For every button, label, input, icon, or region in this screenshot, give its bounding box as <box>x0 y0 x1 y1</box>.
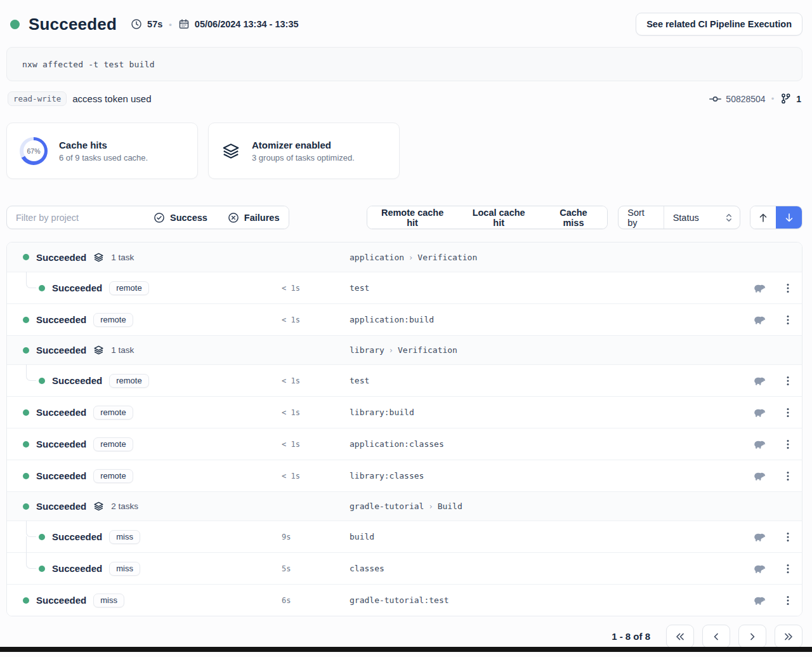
status-dot <box>39 378 45 384</box>
status-label: Succeeded <box>52 282 102 293</box>
layers-icon <box>221 142 240 161</box>
task-row[interactable]: Succeededmiss6sgradle-tutorial:test <box>7 584 802 616</box>
kebab-menu-icon[interactable] <box>783 563 793 574</box>
atomizer-title: Atomizer enabled <box>252 140 355 150</box>
sort-ascending-button[interactable] <box>750 206 776 229</box>
gradle-icon[interactable] <box>752 470 766 481</box>
task-row[interactable]: Succeededmiss9sbuild <box>7 521 802 552</box>
commit-sha[interactable]: 50828504 <box>726 94 765 104</box>
task-row[interactable]: Succeededremote< 1slibrary:build <box>7 396 802 428</box>
status-dot <box>23 503 29 510</box>
status-cell: Succeededremote <box>7 437 282 451</box>
tree-connector <box>26 552 36 569</box>
next-page-button[interactable] <box>738 625 766 648</box>
kebab-menu-icon[interactable] <box>783 470 793 482</box>
kebab-menu-icon[interactable] <box>783 375 793 387</box>
cache-status-badge: remote <box>109 281 148 295</box>
status-dot <box>23 409 29 416</box>
status-label: Succeeded <box>36 314 86 325</box>
gradle-icon[interactable] <box>752 314 766 325</box>
kebab-menu-icon[interactable] <box>783 407 793 418</box>
sort-group: Sort by Status <box>618 206 740 229</box>
task-row[interactable]: Succeededmiss5sclasses <box>7 552 802 584</box>
prev-page-button[interactable] <box>702 625 730 648</box>
gradle-icon[interactable] <box>752 375 766 386</box>
failures-filter-button[interactable]: Failures <box>218 206 289 229</box>
layers-icon <box>93 501 104 512</box>
sort-status-select[interactable]: Status <box>664 206 740 229</box>
filter-bar: Success Failures Remote cache hit Local … <box>6 206 802 229</box>
cache-hits-description: 6 of 9 tasks used cache. <box>59 153 148 163</box>
task-row[interactable]: Succeededremote< 1sapplication:build <box>7 303 802 335</box>
kebab-menu-icon[interactable] <box>783 595 793 606</box>
window-bottom-edge <box>0 647 812 652</box>
last-page-button[interactable] <box>775 625 802 648</box>
kebab-menu-icon[interactable] <box>783 314 793 326</box>
task-row[interactable]: Succeededremote< 1stest <box>7 272 802 303</box>
gradle-icon[interactable] <box>752 531 766 542</box>
task-row[interactable]: Succeededremote< 1slibrary:classes <box>7 460 802 491</box>
status-label: Succeeded <box>52 375 102 386</box>
task-group-row[interactable]: Succeeded2 tasksgradle-tutorial›Build <box>7 491 802 521</box>
gradle-icon[interactable] <box>752 439 766 449</box>
atomizer-card[interactable]: Atomizer enabled 3 groups of tasks optim… <box>208 123 400 179</box>
tree-connector <box>26 272 36 288</box>
command-box: nxw affected -t test build <box>6 47 802 81</box>
cache-hits-card[interactable]: 67% Cache hits 6 of 9 tasks used cache. <box>6 123 198 179</box>
cache-status-badge: miss <box>109 562 140 576</box>
cache-status-badge: remote <box>93 313 133 327</box>
status-label: Succeeded <box>36 595 86 606</box>
date-range-text: 05/06/2024 13:34 - 13:35 <box>195 19 299 29</box>
success-filter-button[interactable]: Success <box>143 206 218 229</box>
target-name: Verification <box>417 253 477 262</box>
duration-cell: < 1s <box>282 376 350 385</box>
gradle-icon[interactable] <box>752 282 766 293</box>
layers-icon <box>93 345 104 355</box>
tree-connector <box>26 364 36 381</box>
status-dot <box>23 254 29 260</box>
see-related-ci-pipeline-button[interactable]: See related CI Pipeline Execution <box>636 13 802 36</box>
status-label: Succeeded <box>36 501 86 512</box>
page-title: Succeeded <box>29 15 117 34</box>
cache-hits-title: Cache hits <box>59 140 148 150</box>
run-detail-page: Succeeded 57s • 05/06/2024 13:34 - 13:35… <box>0 0 812 652</box>
task-group-row[interactable]: Succeeded1 taskapplication›Verification <box>7 242 802 272</box>
duration-cell: 9s <box>282 533 350 541</box>
gradle-icon[interactable] <box>752 407 766 418</box>
branch-icon <box>780 93 792 105</box>
cache-status-badge: miss <box>93 594 124 607</box>
task-row[interactable]: Succeededremote< 1stest <box>7 364 802 396</box>
status-cell: Succeededremote <box>7 406 282 420</box>
task-name: application:build <box>350 315 745 324</box>
status-dot <box>39 566 45 572</box>
kebab-menu-icon[interactable] <box>783 439 793 450</box>
remote-cache-hit-button[interactable]: Remote cache hit <box>367 206 458 229</box>
gradle-icon[interactable] <box>752 563 766 574</box>
command-text: nxw affected -t test build <box>22 60 155 69</box>
project-name: application <box>350 253 404 262</box>
task-row[interactable]: Succeededremote< 1sapplication:classes <box>7 428 802 460</box>
filter-by-project-input[interactable] <box>7 206 143 229</box>
kebab-menu-icon[interactable] <box>783 531 793 543</box>
status-cell: Succeeded1 task <box>7 252 282 263</box>
calendar-icon <box>178 18 190 30</box>
first-page-button[interactable] <box>666 625 694 648</box>
status-cell: Succeededmiss <box>7 594 282 607</box>
task-list: Succeeded1 taskapplication›VerificationS… <box>6 242 802 616</box>
kebab-menu-icon[interactable] <box>783 282 793 294</box>
local-cache-hit-button[interactable]: Local cache hit <box>458 206 540 229</box>
duration-cell: < 1s <box>282 472 350 481</box>
sort-descending-button[interactable] <box>776 206 802 229</box>
task-name: library:build <box>350 408 745 417</box>
cache-percent: 67% <box>23 140 44 161</box>
meta-separator-dot: • <box>169 20 172 29</box>
gradle-icon[interactable] <box>752 595 766 606</box>
task-group-row[interactable]: Succeeded1 tasklibrary›Verification <box>7 335 802 364</box>
sort-status-value: Status <box>673 213 699 223</box>
status-cell: Succeeded1 task <box>7 345 282 355</box>
layers-icon <box>93 252 104 263</box>
project-target-breadcrumb: application›Verification <box>350 253 745 262</box>
duration-cell: < 1s <box>282 284 350 293</box>
status-dot <box>23 473 29 479</box>
cache-miss-button[interactable]: Cache miss <box>540 206 608 229</box>
